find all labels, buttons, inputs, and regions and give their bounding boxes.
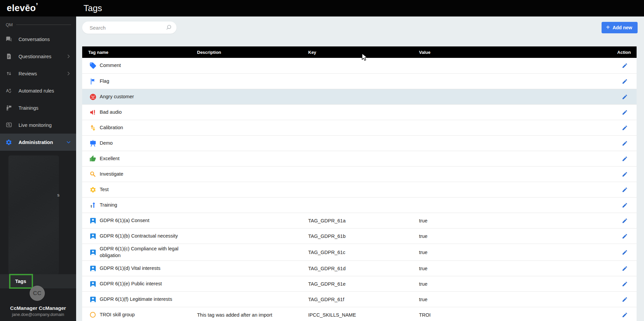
edit-tag-button[interactable] xyxy=(621,93,629,101)
table-row[interactable]: TROI skill groupThis tag was added after… xyxy=(82,307,637,321)
tag-name-cell: Comment xyxy=(82,60,197,71)
table-row[interactable]: GDPR 6(1)(c) Compliance with legal oblig… xyxy=(82,244,637,260)
tag-name-cell: TROI skill group xyxy=(82,310,197,320)
person-badge-icon xyxy=(89,280,97,288)
sidebar-item-trainings[interactable]: Trainings xyxy=(0,99,76,116)
search-input[interactable] xyxy=(89,25,165,31)
tag-name: Training xyxy=(100,202,117,209)
tag-key: TAG_GDPR_61b xyxy=(308,234,419,239)
tag-name-cell: Investigate xyxy=(82,169,197,179)
sidebar-item-reviews[interactable]: Reviews xyxy=(0,65,76,82)
tag-icon xyxy=(89,62,97,69)
tag-key: TAG_GDPR_61f xyxy=(308,297,419,302)
test-gear-icon xyxy=(89,186,97,193)
column-header-tag-name: Tag name xyxy=(82,50,197,55)
tag-name: GDPR 6(1)(f) Legitimate interests xyxy=(100,296,172,303)
table-row[interactable]: Angry customer xyxy=(82,89,637,104)
column-header-key: Key xyxy=(308,50,419,55)
sort-arrows-icon xyxy=(5,70,12,77)
person-badge-icon xyxy=(89,233,97,240)
redacted-submenu xyxy=(8,155,59,274)
sidebar-item-conversations[interactable]: Conversations xyxy=(0,31,76,48)
edit-tag-button[interactable] xyxy=(621,140,629,147)
tag-name: TROI skill group xyxy=(100,312,135,318)
tag-name: GDPR 6(1)(d) Vital interests xyxy=(100,265,160,272)
live-monitoring-icon xyxy=(5,122,12,128)
tag-name: Investigate xyxy=(100,171,123,178)
tag-name-cell: Test xyxy=(82,185,197,195)
edit-tag-button[interactable] xyxy=(621,109,629,116)
tag-key: TAG_GDPR_61d xyxy=(308,266,419,271)
sidebar-item-label: Automated rules xyxy=(19,88,72,94)
sidebar-item-label: Administration xyxy=(19,140,59,145)
tag-name-cell: GDPR 6(1)(a) Consent xyxy=(82,215,197,226)
sidebar-item-administration[interactable]: Administration xyxy=(0,134,76,151)
table-row[interactable]: Bad audio xyxy=(82,104,637,120)
table-row[interactable]: Flag xyxy=(82,73,637,89)
table-row[interactable]: Training xyxy=(82,197,637,213)
table-row[interactable]: GDPR 6(1)(d) Vital interestsTAG_GDPR_61d… xyxy=(82,260,637,276)
edit-tag-button[interactable] xyxy=(621,217,629,224)
sidebar-item-label: Reviews xyxy=(19,71,59,76)
sidebar-item-questionnaires[interactable]: Questionnaires xyxy=(0,48,76,65)
tag-name-cell: Angry customer xyxy=(82,92,197,102)
edit-tag-button[interactable] xyxy=(621,280,629,288)
person-badge-icon xyxy=(89,265,97,272)
tag-name: Calibration xyxy=(100,124,123,131)
chevron-right-icon xyxy=(65,71,72,76)
table-row[interactable]: Calibration xyxy=(82,120,637,135)
edit-tag-button[interactable] xyxy=(621,202,629,209)
person-badge-icon xyxy=(89,217,97,224)
search-box[interactable] xyxy=(82,22,176,34)
edit-tag-button[interactable] xyxy=(621,311,629,319)
action-cell xyxy=(603,109,637,116)
tag-name-cell: Bad audio xyxy=(82,107,197,118)
eleveo-logo: elevēo’ xyxy=(7,0,38,16)
bad-audio-icon xyxy=(89,109,97,116)
presentation-icon xyxy=(89,140,97,147)
action-cell xyxy=(603,186,637,193)
sidebar-item-live-monitoring[interactable]: Live monitoring xyxy=(0,116,76,134)
add-new-button[interactable]: + Add new xyxy=(602,22,638,33)
action-cell xyxy=(603,62,637,69)
edit-tag-button[interactable] xyxy=(621,186,629,193)
user-email: jane.doe@company.domain xyxy=(0,312,76,317)
tag-name: Demo xyxy=(100,140,113,147)
table-row[interactable]: GDPR 6(1)(f) Legitimate interestsTAG_GDP… xyxy=(82,291,637,307)
tag-value: true xyxy=(419,266,603,271)
tag-value: true xyxy=(419,281,603,287)
flag-icon xyxy=(89,78,97,85)
table-row[interactable]: Demo xyxy=(82,135,637,151)
column-header-description: Description xyxy=(197,50,308,55)
table-row[interactable]: Investigate xyxy=(82,166,637,182)
edit-tag-button[interactable] xyxy=(621,171,629,178)
table-row[interactable]: Comment xyxy=(82,58,637,73)
search-icon xyxy=(165,24,172,31)
table-row[interactable]: Test xyxy=(82,182,637,197)
edit-tag-button[interactable] xyxy=(621,78,629,85)
sidebar-item-label: Conversations xyxy=(19,37,72,42)
avatar[interactable]: CC xyxy=(30,286,45,301)
table-row[interactable]: GDPR 6(1)(e) Public interestTAG_GDPR_61e… xyxy=(82,276,637,291)
angry-face-icon xyxy=(89,93,97,101)
table-row[interactable]: GDPR 6(1)(a) ConsentTAG_GDPR_61atrue xyxy=(82,213,637,228)
edit-tag-button[interactable] xyxy=(621,296,629,303)
action-cell xyxy=(603,140,637,147)
edit-tag-button[interactable] xyxy=(621,265,629,272)
tag-name-cell: Calibration xyxy=(82,122,197,133)
edit-tag-button[interactable] xyxy=(621,62,629,69)
edit-tag-button[interactable] xyxy=(621,249,629,256)
edit-tag-button[interactable] xyxy=(621,155,629,163)
sidebar-item-automated-rules[interactable]: AAutomated rules xyxy=(0,82,76,99)
tag-name-cell: Excellent xyxy=(82,153,197,164)
tag-key: IPCC_SKILLS_NAME xyxy=(308,312,419,318)
gear-icon xyxy=(5,139,12,146)
circle-outline-icon xyxy=(89,311,97,318)
tag-name-cell: Flag xyxy=(82,76,197,87)
table-row[interactable]: Excellent xyxy=(82,151,637,166)
table-row[interactable]: GDPR 6(1)(b) Contractual necessityTAG_GD… xyxy=(82,228,637,244)
tag-key: TAG_GDPR_61c xyxy=(308,250,419,255)
edit-tag-button[interactable] xyxy=(621,124,629,132)
tag-value: true xyxy=(419,234,603,239)
edit-tag-button[interactable] xyxy=(621,233,629,240)
